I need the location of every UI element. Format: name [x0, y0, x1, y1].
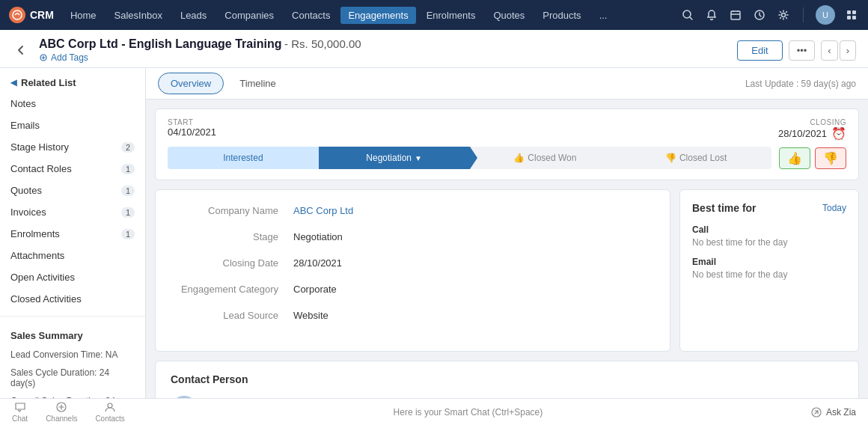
svg-rect-5	[847, 10, 851, 14]
last-update-text: Last Update : 59 day(s) ago	[745, 79, 856, 89]
details-main: Company Name ABC Corp Ltd Stage Negotiat…	[155, 189, 670, 352]
header-left: ABC Corp Ltd - English Language Training…	[12, 37, 361, 63]
header-right: Edit ••• ‹ ›	[737, 40, 856, 61]
sidebar-item-notes[interactable]: Notes	[0, 93, 145, 114]
nav-enrolments[interactable]: Enrolments	[419, 7, 483, 24]
stage-value: Negotiation	[293, 231, 343, 242]
add-tags-button[interactable]: Add Tags	[39, 52, 361, 63]
sidebar-item-quotes[interactable]: Quotes 1	[0, 180, 145, 201]
next-button[interactable]: ›	[840, 40, 856, 61]
svg-rect-8	[852, 16, 856, 19]
clock-warning-icon: ⏰	[831, 126, 846, 141]
prev-button[interactable]: ‹	[821, 40, 837, 61]
nav-products[interactable]: Products	[535, 7, 588, 24]
ask-zia-button[interactable]: Ask Zia	[811, 407, 856, 418]
svg-point-10	[108, 403, 112, 408]
closing-date-block: CLOSING 28/10/2021 ⏰	[778, 118, 846, 141]
clock-icon[interactable]	[752, 7, 767, 22]
related-list-arrow: ◀	[10, 78, 16, 88]
notifications-icon[interactable]	[704, 7, 719, 22]
nav-more[interactable]: ...	[592, 7, 615, 24]
reject-button[interactable]: 👎	[815, 147, 846, 169]
settings-icon[interactable]	[776, 7, 791, 22]
logo[interactable]: CRM	[9, 7, 54, 23]
stage-step-negotiation[interactable]: Negotiation ▼	[319, 147, 470, 169]
svg-rect-7	[847, 16, 851, 19]
page-title-block: ABC Corp Ltd - English Language Training…	[39, 37, 361, 63]
nav-leads[interactable]: Leads	[173, 7, 214, 24]
page-header: ABC Corp Ltd - English Language Training…	[0, 30, 868, 68]
best-time-panel: Best time for Today Call No best time fo…	[679, 189, 859, 352]
sidebar-item-open-activities[interactable]: Open Activities	[0, 266, 145, 288]
page-title: ABC Corp Ltd - English Language Training…	[39, 37, 361, 51]
thumbs-up-icon: 👍	[513, 153, 525, 163]
sidebar-item-invoices[interactable]: Invoices 1	[0, 201, 145, 223]
sidebar-item-stage-history[interactable]: Stage History 2	[0, 136, 145, 158]
best-time-email: Email No best time for the day	[692, 257, 846, 280]
lead-source-value: Website	[293, 310, 328, 321]
stage-card: START 04/10/2021 CLOSING 28/10/2021 ⏰ In…	[155, 108, 859, 180]
sidebar-item-emails[interactable]: Emails	[0, 114, 145, 136]
field-engagement-category: Engagement Category Corporate	[174, 284, 652, 295]
nav-contacts[interactable]: Contacts	[284, 7, 337, 24]
field-lead-source: Lead Source Website	[174, 310, 652, 321]
summary-lead-conversion: Lead Conversion Time: NA	[0, 346, 145, 364]
grid-icon[interactable]	[844, 7, 859, 22]
bottom-icons: Chat Channels Contacts	[12, 401, 125, 423]
field-company-name: Company Name ABC Corp Ltd	[174, 205, 652, 216]
stage-step-closed-lost[interactable]: 👎 Closed Lost	[620, 147, 771, 169]
sidebar-item-attachments[interactable]: Attachments	[0, 245, 145, 266]
best-time-call: Call No best time for the day	[692, 224, 846, 248]
nav-arrows: ‹ ›	[821, 40, 856, 61]
start-date-block: START 04/10/2021	[168, 118, 216, 141]
contacts-icon-button[interactable]: Contacts	[95, 401, 124, 423]
stage-step-interested[interactable]: Interested	[168, 147, 319, 169]
svg-point-0	[13, 10, 22, 19]
engagement-category-value: Corporate	[293, 284, 337, 295]
thumbs-down-icon: 👎	[665, 153, 676, 163]
tab-timeline[interactable]: Timeline	[227, 73, 289, 94]
sidebar: ◀ Related List Notes Emails Stage Histor…	[0, 68, 146, 425]
today-badge[interactable]: Today	[822, 203, 846, 213]
logo-text: CRM	[30, 9, 54, 21]
related-list-header: ◀ Related List	[0, 68, 145, 93]
sidebar-divider	[0, 316, 145, 317]
search-icon[interactable]	[680, 7, 695, 22]
svg-rect-6	[852, 10, 856, 14]
smart-chat-text: Here is your Smart Chat (Ctrl+Space)	[149, 407, 787, 418]
nav-engagements[interactable]: Engagements	[340, 7, 415, 24]
company-name-value[interactable]: ABC Corp Ltd	[293, 205, 353, 216]
tabs: Overview Timeline	[158, 73, 289, 94]
stage-step-closed-won[interactable]: 👍 Closed Won	[470, 147, 621, 169]
calendar-icon[interactable]	[728, 7, 743, 22]
nav-home[interactable]: Home	[63, 7, 104, 24]
nav-quotes[interactable]: Quotes	[486, 7, 532, 24]
sidebar-item-closed-activities[interactable]: Closed Activities	[0, 288, 145, 310]
more-button[interactable]: •••	[789, 40, 816, 61]
field-stage: Stage Negotiation	[174, 231, 652, 242]
user-avatar[interactable]: U	[816, 5, 835, 25]
content-area: Overview Timeline Last Update : 59 day(s…	[146, 68, 868, 425]
nav-companies[interactable]: Companies	[217, 7, 281, 24]
sidebar-item-enrolments[interactable]: Enrolments 1	[0, 223, 145, 245]
back-button[interactable]	[12, 41, 30, 59]
chat-icon-button[interactable]: Chat	[12, 401, 28, 423]
channels-icon-button[interactable]: Channels	[46, 401, 77, 423]
logo-icon	[9, 7, 25, 23]
svg-rect-2	[731, 11, 740, 19]
divider	[803, 7, 804, 22]
tab-overview[interactable]: Overview	[158, 73, 224, 94]
sidebar-item-contact-roles[interactable]: Contact Roles 1	[0, 158, 145, 180]
negotiation-dropdown-icon: ▼	[415, 154, 422, 162]
topnav-right: U	[680, 5, 859, 25]
main-layout: ◀ Related List Notes Emails Stage Histor…	[0, 68, 868, 425]
field-closing-date: Closing Date 28/10/2021	[174, 257, 652, 269]
top-navigation: CRM Home SalesInbox Leads Companies Cont…	[0, 0, 868, 30]
edit-button[interactable]: Edit	[737, 40, 782, 61]
tabs-bar: Overview Timeline Last Update : 59 day(s…	[146, 68, 868, 100]
stage-steps: Interested Negotiation ▼ 👍 Closed Won 👎 …	[168, 147, 771, 169]
nav-salesinbox[interactable]: SalesInbox	[107, 7, 170, 24]
sales-summary-title: Sales Summary	[0, 322, 145, 346]
summary-sales-cycle: Sales Cycle Duration: 24 day(s)	[0, 364, 145, 392]
approve-button[interactable]: 👍	[779, 147, 810, 169]
